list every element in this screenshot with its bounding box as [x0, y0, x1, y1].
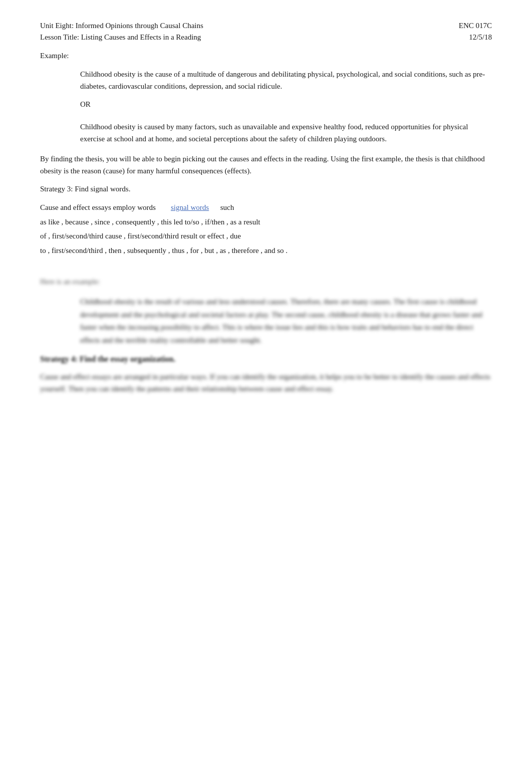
unit-title: Unit Eight: Informed Opinions through Ca…	[40, 20, 203, 32]
header-right: ENC 017C 12/5/18	[459, 20, 492, 43]
signal-words-highlighted: signal words	[171, 203, 209, 211]
signal-line1: as like , because , since , consequently…	[40, 218, 260, 226]
blurred-strategy-4-paragraph: Cause and effect essays are arranged in …	[40, 371, 492, 395]
page-header: Unit Eight: Informed Opinions through Ca…	[40, 20, 492, 43]
example-label: Example:	[40, 52, 492, 60]
signal-words-block: Cause and effect essays employ words sig…	[40, 200, 492, 257]
example-block-1: Childhood obesity is the cause of a mult…	[80, 68, 492, 92]
strategy-3-heading: Strategy 3: Find signal words.	[40, 185, 492, 193]
blurred-here-is-example: Here is an example:	[40, 276, 492, 288]
example-block-2: Childhood obesity is caused by many fact…	[80, 121, 492, 145]
header-left: Unit Eight: Informed Opinions through Ca…	[40, 20, 203, 43]
blurred-strategy-4-heading: Strategy 4: Find the essay organization.	[40, 355, 492, 364]
paragraph-1: By finding the thesis, you will be able …	[40, 153, 492, 177]
blurred-example-block: Childhood obesity is the result of vario…	[80, 296, 492, 347]
lesson-title: Lesson Title: Listing Causes and Effects…	[40, 32, 203, 43]
date: 12/5/18	[459, 32, 492, 43]
signal-line3: to , first/second/third , then , subsequ…	[40, 246, 288, 254]
or-label: OR	[80, 100, 492, 109]
signal-line2: of , first/second/third cause , first/se…	[40, 232, 241, 240]
course-code: ENC 017C	[459, 20, 492, 32]
signal-such-text: such	[220, 203, 234, 211]
signal-intro-text: Cause and effect essays employ words	[40, 203, 156, 211]
